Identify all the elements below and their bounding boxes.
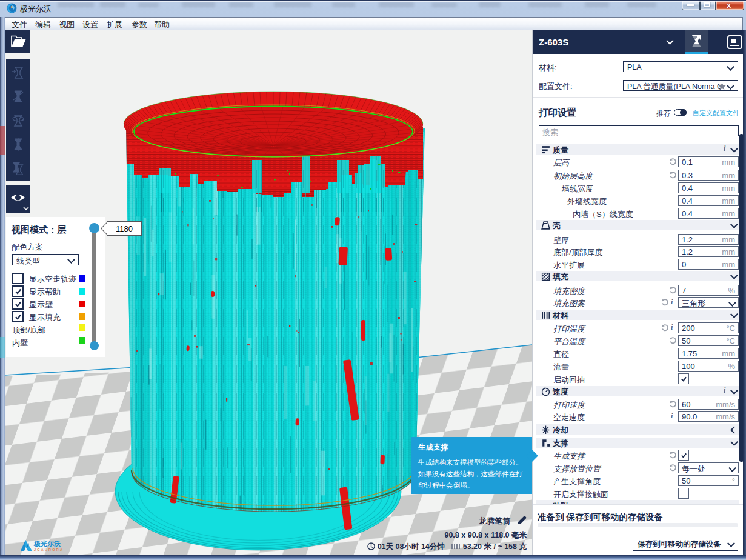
- svg-text:极光尔沃: 极光尔沃: [33, 540, 61, 547]
- svg-text:JGAURORA: JGAURORA: [34, 548, 64, 552]
